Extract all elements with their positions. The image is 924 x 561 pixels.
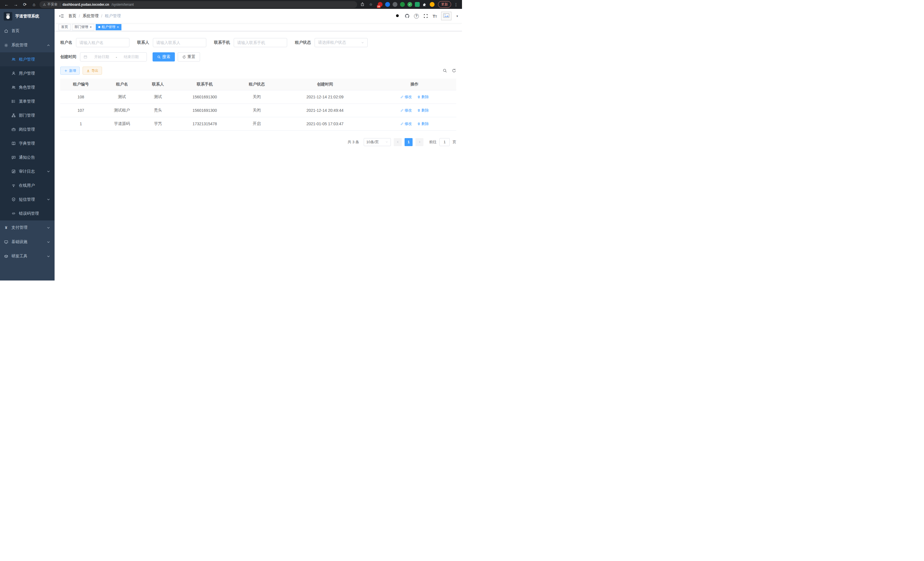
status-select[interactable]: 请选择租户状态	[315, 38, 368, 47]
extension-icon-gray[interactable]	[393, 2, 398, 7]
url-domain[interactable]: dashboard.yudao.iocoder.cn	[63, 3, 109, 7]
chrome-menu-icon[interactable]: ⋮	[453, 2, 459, 7]
sidebar-item-post-management[interactable]: 岗位管理	[0, 122, 55, 136]
edit-link[interactable]: 修改	[400, 121, 412, 126]
sidebar-item-tenant-management[interactable]: 租户管理	[0, 52, 55, 66]
tenant-name-input[interactable]	[80, 40, 126, 45]
sidebar-item-menu-management[interactable]: 菜单管理	[0, 94, 55, 108]
edit-label: 修改	[405, 108, 412, 113]
extension-icon-dark-green[interactable]	[400, 2, 405, 7]
browser-forward-button[interactable]: →	[12, 1, 20, 8]
breadcrumb-current: 租户管理	[105, 14, 121, 19]
cell-status: 关闭	[236, 104, 278, 117]
sidebar-item-notice-announcement[interactable]: 通知公告	[0, 150, 55, 164]
sidebar-item-system-management[interactable]: 系统管理	[0, 38, 55, 52]
sidebar-item-dict-management[interactable]: 字典管理	[0, 136, 55, 150]
prev-page-button[interactable]	[394, 138, 402, 146]
sidebar-item-online-users[interactable]: 在线用户	[0, 178, 55, 193]
sidebar-item-label: 研发工具	[11, 254, 27, 259]
fullscreen-icon[interactable]	[423, 14, 428, 19]
tab-close-icon[interactable]: ×	[117, 26, 119, 29]
sidebar-item-label: 在线用户	[19, 183, 35, 188]
browser-home-button[interactable]: ⌂	[30, 1, 38, 8]
sidebar-item-label: 菜单管理	[19, 99, 35, 104]
delete-link[interactable]: 删除	[417, 94, 429, 99]
filter-tenant-name: 租户名	[60, 38, 129, 47]
cell-tenant-id: 1	[60, 117, 101, 130]
browser-profile-avatar[interactable]	[430, 2, 435, 7]
sidebar-item-audit-log[interactable]: 审计日志	[0, 164, 55, 178]
extension-icon-with-badge[interactable]: 10	[378, 2, 382, 7]
phone-input[interactable]	[237, 40, 284, 45]
edit-link[interactable]: 修改	[400, 108, 412, 113]
date-range-picker[interactable]: 开始日期 - 结束日期	[80, 52, 147, 62]
dictionary-icon	[11, 141, 16, 146]
share-icon[interactable]	[359, 2, 366, 7]
avatar-caret-down-icon[interactable]: ▾	[456, 14, 458, 18]
chevron-down-icon	[46, 254, 51, 259]
tenants-icon	[11, 57, 16, 62]
address-bar[interactable]: ⚠ 不安全 dashboard.yudao.iocoder.cn/system/…	[39, 1, 357, 8]
sidebar-item-dev-tools[interactable]: 研发工具	[0, 249, 55, 263]
online-users-icon	[11, 183, 16, 188]
toggle-search-icon[interactable]	[442, 68, 447, 73]
sidebar-item-label: 错误码管理	[19, 211, 39, 216]
chevron-right-icon	[418, 140, 421, 144]
chevron-down-icon	[385, 140, 388, 144]
sidebar-fold-icon[interactable]	[58, 13, 64, 19]
tab-tenant-management[interactable]: 租户管理 ×	[96, 24, 122, 30]
browser-reload-button[interactable]: ⟳	[21, 1, 28, 8]
export-button[interactable]: 导出	[82, 67, 102, 75]
sidebar-item-user-management[interactable]: 用户管理	[0, 66, 55, 80]
phone-label: 联系手机	[214, 40, 230, 45]
tab-department-management[interactable]: 部门管理 ×	[72, 24, 94, 30]
extension-icon-green-square[interactable]	[415, 2, 420, 7]
next-page-button[interactable]	[416, 138, 423, 146]
github-icon[interactable]	[405, 14, 410, 19]
sidebar-item-home[interactable]: 首页	[0, 24, 55, 38]
filter-contact: 联系人	[137, 38, 206, 47]
extensions-puzzle-icon[interactable]	[422, 2, 427, 7]
font-size-icon[interactable]: TT	[433, 14, 437, 19]
sidebar-item-infrastructure[interactable]: 基础设施	[0, 235, 55, 249]
breadcrumb-home[interactable]: 首页	[68, 14, 76, 19]
sidebar-item-label: 支付管理	[11, 225, 27, 230]
cell-status: 关闭	[236, 90, 278, 104]
user-avatar[interactable]	[441, 12, 452, 20]
chrome-update-button[interactable]: 更新	[438, 1, 451, 8]
page-size-select[interactable]: 10条/页	[364, 138, 391, 146]
extension-icon-blue[interactable]	[385, 2, 390, 7]
sidebar-item-role-management[interactable]: 角色管理	[0, 80, 55, 94]
goto-label: 前往	[429, 140, 436, 145]
reset-button[interactable]: 重置	[178, 52, 200, 62]
security-warning-label[interactable]: 不安全	[47, 2, 58, 7]
goto-page-input[interactable]	[440, 138, 450, 146]
code-icon	[11, 211, 16, 216]
delete-link[interactable]: 删除	[417, 108, 429, 113]
search-button[interactable]: 搜索	[153, 52, 175, 62]
tab-close-icon[interactable]: ×	[90, 26, 92, 29]
sidebar-item-label: 基础设施	[11, 239, 27, 244]
current-page-button[interactable]: 1	[405, 138, 412, 146]
bookmark-star-icon[interactable]: ☆	[368, 2, 374, 7]
cell-actions: 修改 删除	[373, 90, 456, 104]
navbar: 首页 / 系统管理 / 租户管理 ? TT ▾	[55, 9, 462, 23]
app-logo[interactable]: 芋道管理系统	[0, 9, 55, 24]
add-button[interactable]: 新增	[60, 67, 80, 75]
sidebar-item-error-code-management[interactable]: 错误码管理	[0, 206, 55, 220]
header-search-icon[interactable]	[395, 14, 400, 19]
sidebar-item-department-management[interactable]: 部门管理	[0, 108, 55, 122]
browser-back-button[interactable]: ←	[3, 1, 10, 8]
sidebar-item-sms-management[interactable]: 短信管理	[0, 193, 55, 206]
delete-link[interactable]: 删除	[417, 121, 429, 126]
org-tree-icon	[11, 113, 16, 117]
help-icon[interactable]: ?	[414, 14, 419, 19]
contact-input[interactable]	[156, 40, 203, 45]
edit-link[interactable]: 修改	[400, 94, 412, 99]
extension-icon-green-check[interactable]: ✓	[407, 2, 412, 7]
url-path[interactable]: /system/tenant	[111, 3, 134, 7]
refresh-table-icon[interactable]	[452, 68, 456, 73]
sidebar-item-payment-management[interactable]: ¥ 支付管理	[0, 220, 55, 235]
breadcrumb-system[interactable]: 系统管理	[82, 14, 99, 19]
tab-home[interactable]: 首页	[58, 24, 70, 30]
